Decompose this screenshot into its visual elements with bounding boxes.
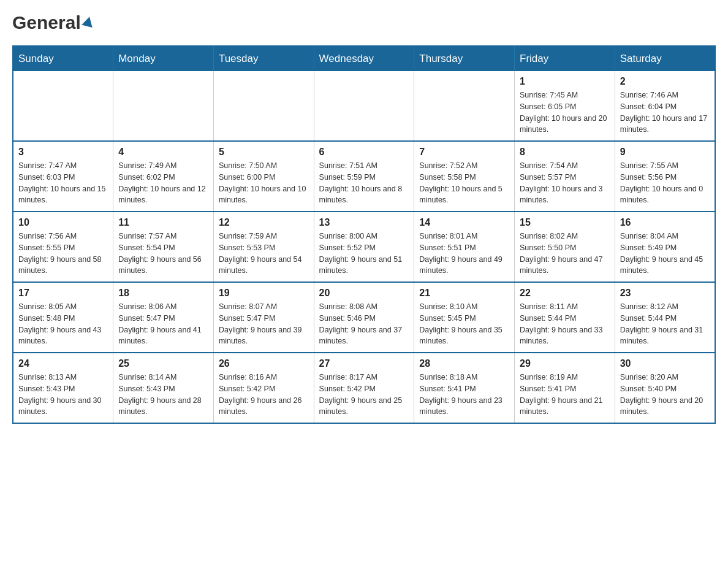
calendar-cell: 28Sunrise: 8:18 AMSunset: 5:41 PMDayligh… — [414, 353, 515, 423]
day-number: 28 — [419, 358, 509, 369]
day-number: 23 — [620, 288, 710, 299]
day-number: 4 — [118, 147, 208, 158]
calendar-cell: 20Sunrise: 8:08 AMSunset: 5:46 PMDayligh… — [314, 282, 414, 353]
day-number: 18 — [118, 288, 208, 299]
day-number: 24 — [18, 358, 108, 369]
day-number: 2 — [620, 76, 710, 87]
day-info: Sunrise: 7:51 AMSunset: 5:59 PMDaylight:… — [319, 160, 409, 206]
day-number: 13 — [319, 217, 409, 228]
day-info: Sunrise: 7:56 AMSunset: 5:55 PMDaylight:… — [18, 231, 108, 277]
calendar-week-row: 3Sunrise: 7:47 AMSunset: 6:03 PMDaylight… — [13, 141, 715, 212]
calendar-cell: 21Sunrise: 8:10 AMSunset: 5:45 PMDayligh… — [414, 282, 515, 353]
day-info: Sunrise: 8:10 AMSunset: 5:45 PMDaylight:… — [419, 301, 509, 347]
day-number: 3 — [18, 147, 108, 158]
calendar-cell: 22Sunrise: 8:11 AMSunset: 5:44 PMDayligh… — [515, 282, 615, 353]
calendar-cell: 13Sunrise: 8:00 AMSunset: 5:52 PMDayligh… — [314, 212, 414, 282]
calendar-cell: 3Sunrise: 7:47 AMSunset: 6:03 PMDaylight… — [13, 141, 113, 212]
day-info: Sunrise: 8:05 AMSunset: 5:48 PMDaylight:… — [18, 301, 108, 347]
day-number: 22 — [520, 288, 610, 299]
calendar-cell: 27Sunrise: 8:17 AMSunset: 5:42 PMDayligh… — [314, 353, 414, 423]
day-info: Sunrise: 7:52 AMSunset: 5:58 PMDaylight:… — [419, 160, 509, 206]
calendar-cell: 8Sunrise: 7:54 AMSunset: 5:57 PMDaylight… — [515, 141, 615, 212]
calendar-cell: 25Sunrise: 8:14 AMSunset: 5:43 PMDayligh… — [113, 353, 214, 423]
calendar-cell: 16Sunrise: 8:04 AMSunset: 5:49 PMDayligh… — [615, 212, 715, 282]
day-info: Sunrise: 7:54 AMSunset: 5:57 PMDaylight:… — [520, 160, 610, 206]
weekday-header-thursday: Thursday — [414, 46, 515, 71]
page-header: General — [12, 12, 716, 33]
calendar-week-row: 10Sunrise: 7:56 AMSunset: 5:55 PMDayligh… — [13, 212, 715, 282]
day-info: Sunrise: 8:19 AMSunset: 5:41 PMDaylight:… — [520, 372, 610, 418]
day-number: 21 — [419, 288, 509, 299]
day-info: Sunrise: 8:11 AMSunset: 5:44 PMDaylight:… — [520, 301, 610, 347]
day-info: Sunrise: 8:02 AMSunset: 5:50 PMDaylight:… — [520, 231, 610, 277]
calendar-cell: 24Sunrise: 8:13 AMSunset: 5:43 PMDayligh… — [13, 353, 113, 423]
calendar-cell: 4Sunrise: 7:49 AMSunset: 6:02 PMDaylight… — [113, 141, 214, 212]
calendar-cell: 11Sunrise: 7:57 AMSunset: 5:54 PMDayligh… — [113, 212, 214, 282]
day-info: Sunrise: 8:12 AMSunset: 5:44 PMDaylight:… — [620, 301, 710, 347]
day-info: Sunrise: 8:17 AMSunset: 5:42 PMDaylight:… — [319, 372, 409, 418]
day-number: 27 — [319, 358, 409, 369]
calendar-cell — [414, 71, 515, 141]
calendar-week-row: 17Sunrise: 8:05 AMSunset: 5:48 PMDayligh… — [13, 282, 715, 353]
day-info: Sunrise: 7:49 AMSunset: 6:02 PMDaylight:… — [118, 160, 208, 206]
calendar-cell: 1Sunrise: 7:45 AMSunset: 6:05 PMDaylight… — [515, 71, 615, 141]
day-info: Sunrise: 7:50 AMSunset: 6:00 PMDaylight:… — [219, 160, 309, 206]
day-info: Sunrise: 7:55 AMSunset: 5:56 PMDaylight:… — [620, 160, 710, 206]
weekday-header-tuesday: Tuesday — [213, 46, 314, 71]
calendar-cell: 9Sunrise: 7:55 AMSunset: 5:56 PMDaylight… — [615, 141, 715, 212]
calendar-cell: 30Sunrise: 8:20 AMSunset: 5:40 PMDayligh… — [615, 353, 715, 423]
day-info: Sunrise: 7:45 AMSunset: 6:05 PMDaylight:… — [520, 90, 610, 136]
calendar-cell — [113, 71, 214, 141]
calendar-cell: 29Sunrise: 8:19 AMSunset: 5:41 PMDayligh… — [515, 353, 615, 423]
calendar-cell: 15Sunrise: 8:02 AMSunset: 5:50 PMDayligh… — [515, 212, 615, 282]
weekday-header-row: SundayMondayTuesdayWednesdayThursdayFrid… — [13, 46, 715, 71]
day-number: 1 — [520, 76, 610, 87]
calendar-cell: 18Sunrise: 8:06 AMSunset: 5:47 PMDayligh… — [113, 282, 214, 353]
weekday-header-monday: Monday — [113, 46, 214, 71]
day-info: Sunrise: 8:00 AMSunset: 5:52 PMDaylight:… — [319, 231, 409, 277]
calendar-cell — [13, 71, 113, 141]
weekday-header-friday: Friday — [515, 46, 615, 71]
logo-general-text: General — [12, 12, 81, 33]
day-number: 26 — [219, 358, 309, 369]
day-info: Sunrise: 7:47 AMSunset: 6:03 PMDaylight:… — [18, 160, 108, 206]
day-number: 16 — [620, 217, 710, 228]
day-info: Sunrise: 8:01 AMSunset: 5:51 PMDaylight:… — [419, 231, 509, 277]
day-number: 30 — [620, 358, 710, 369]
calendar-cell: 17Sunrise: 8:05 AMSunset: 5:48 PMDayligh… — [13, 282, 113, 353]
calendar-cell: 14Sunrise: 8:01 AMSunset: 5:51 PMDayligh… — [414, 212, 515, 282]
day-info: Sunrise: 8:13 AMSunset: 5:43 PMDaylight:… — [18, 372, 108, 418]
weekday-header-wednesday: Wednesday — [314, 46, 414, 71]
day-number: 19 — [219, 288, 309, 299]
day-number: 6 — [319, 147, 409, 158]
calendar-cell: 5Sunrise: 7:50 AMSunset: 6:00 PMDaylight… — [213, 141, 314, 212]
calendar-week-row: 24Sunrise: 8:13 AMSunset: 5:43 PMDayligh… — [13, 353, 715, 423]
day-info: Sunrise: 8:14 AMSunset: 5:43 PMDaylight:… — [118, 372, 208, 418]
day-info: Sunrise: 8:18 AMSunset: 5:41 PMDaylight:… — [419, 372, 509, 418]
day-number: 14 — [419, 217, 509, 228]
day-info: Sunrise: 8:04 AMSunset: 5:49 PMDaylight:… — [620, 231, 710, 277]
day-number: 9 — [620, 147, 710, 158]
day-info: Sunrise: 7:59 AMSunset: 5:53 PMDaylight:… — [219, 231, 309, 277]
day-number: 25 — [118, 358, 208, 369]
day-info: Sunrise: 7:46 AMSunset: 6:04 PMDaylight:… — [620, 90, 710, 136]
day-number: 17 — [18, 288, 108, 299]
calendar-cell: 19Sunrise: 8:07 AMSunset: 5:47 PMDayligh… — [213, 282, 314, 353]
day-info: Sunrise: 8:06 AMSunset: 5:47 PMDaylight:… — [118, 301, 208, 347]
logo-triangle-icon — [82, 15, 95, 28]
day-number: 12 — [219, 217, 309, 228]
calendar-cell: 6Sunrise: 7:51 AMSunset: 5:59 PMDaylight… — [314, 141, 414, 212]
logo: General — [12, 12, 94, 33]
day-number: 20 — [319, 288, 409, 299]
calendar-cell: 26Sunrise: 8:16 AMSunset: 5:42 PMDayligh… — [213, 353, 314, 423]
calendar-cell: 10Sunrise: 7:56 AMSunset: 5:55 PMDayligh… — [13, 212, 113, 282]
day-info: Sunrise: 8:07 AMSunset: 5:47 PMDaylight:… — [219, 301, 309, 347]
day-number: 11 — [118, 217, 208, 228]
calendar-cell: 12Sunrise: 7:59 AMSunset: 5:53 PMDayligh… — [213, 212, 314, 282]
day-number: 10 — [18, 217, 108, 228]
day-number: 8 — [520, 147, 610, 158]
day-info: Sunrise: 8:08 AMSunset: 5:46 PMDaylight:… — [319, 301, 409, 347]
calendar-cell — [314, 71, 414, 141]
calendar-cell: 23Sunrise: 8:12 AMSunset: 5:44 PMDayligh… — [615, 282, 715, 353]
day-number: 7 — [419, 147, 509, 158]
